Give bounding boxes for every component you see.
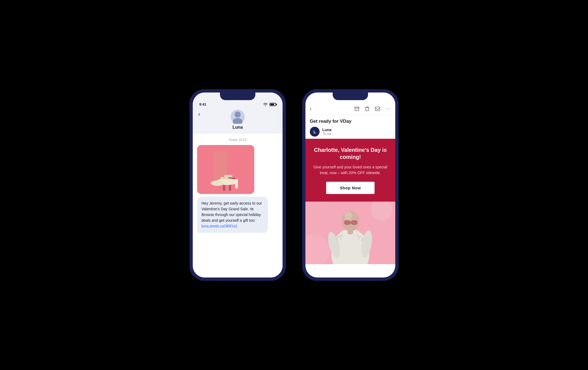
- promo-banner: Charlotte, Valentine's Day is coming! Gi…: [305, 139, 395, 202]
- svg-point-1: [233, 118, 243, 124]
- sms-time: 9:41: [199, 102, 206, 106]
- status-icons: [263, 103, 276, 106]
- sms-avatar: [231, 110, 245, 124]
- svg-rect-22: [351, 221, 357, 224]
- shoe-illustration: [197, 145, 254, 194]
- battery-icon: [270, 103, 276, 106]
- svg-rect-21: [344, 221, 350, 224]
- archive-icon[interactable]: [354, 106, 360, 112]
- promo-title: Charlotte, Valentine's Day is coming!: [312, 146, 389, 161]
- more-icon[interactable]: ···: [385, 106, 391, 112]
- sms-image-message: [197, 145, 254, 194]
- sms-header: ‹ Luna: [193, 107, 283, 134]
- email-notch: [333, 92, 368, 100]
- model-illustration: [305, 202, 395, 264]
- svg-rect-12: [355, 107, 359, 108]
- sms-phone: 9:41 ‹: [189, 89, 286, 281]
- svg-point-0: [235, 112, 241, 118]
- svg-rect-10: [220, 177, 228, 179]
- promo-body: Give yourself and your loved ones a spec…: [312, 164, 389, 176]
- avatar-silhouette-icon: [231, 110, 245, 124]
- sender-name: Luna: [322, 128, 333, 132]
- shop-now-button[interactable]: Shop Now: [326, 182, 374, 194]
- svg-rect-11: [224, 175, 232, 177]
- sms-bubble-text: Hey Jeremy, get early access to our Vale…: [201, 201, 262, 223]
- sms-contact-name: Luna: [232, 125, 243, 130]
- svg-point-9: [211, 180, 224, 186]
- sender-avatar: L: [310, 127, 320, 137]
- to-me[interactable]: To me ›: [322, 132, 333, 136]
- sms-timestamp: Today 10:10: [197, 138, 278, 142]
- svg-rect-8: [235, 179, 238, 189]
- email-toolbar: ‹ ···: [305, 103, 395, 115]
- email-body: Charlotte, Valentine's Day is coming! Gi…: [305, 139, 395, 278]
- sender-info: Luna To me ›: [322, 128, 333, 136]
- wifi-icon: [263, 103, 268, 106]
- scene: 9:41 ‹: [189, 89, 399, 281]
- email-header: Get ready for VDay L Luna To me ›: [305, 115, 395, 139]
- email-back-button[interactable]: ‹: [310, 106, 312, 112]
- shoe-scene: [197, 145, 254, 194]
- sms-notch: [220, 92, 255, 100]
- svg-point-20: [345, 211, 352, 220]
- sms-body: Today 10:10: [193, 134, 283, 278]
- sms-link[interactable]: luna.smsb.co/3RFIx2: [201, 224, 237, 228]
- mail-icon[interactable]: [375, 106, 380, 112]
- email-subject: Get ready for VDay: [310, 119, 391, 124]
- trash-icon[interactable]: [365, 106, 370, 112]
- sms-back-button[interactable]: ‹: [198, 111, 200, 118]
- promo-image: [305, 202, 395, 264]
- email-toolbar-icons: ···: [354, 106, 391, 112]
- email-phone: ‹ ···: [302, 89, 399, 281]
- sender-initial: L: [313, 130, 316, 134]
- email-sender: L Luna To me ›: [310, 127, 391, 137]
- svg-rect-13: [375, 107, 380, 110]
- sms-bubble: Hey Jeremy, get early access to our Vale…: [197, 197, 268, 233]
